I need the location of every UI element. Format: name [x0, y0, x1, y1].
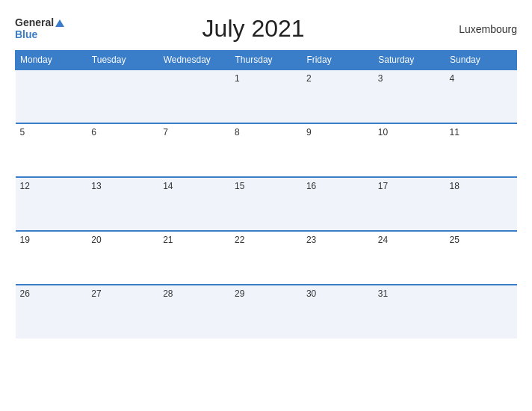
day-number: 24 — [378, 235, 388, 245]
calendar-day-cell: 31 — [374, 285, 445, 339]
calendar-week-row: 567891011 — [16, 123, 517, 177]
day-number: 28 — [163, 288, 173, 299]
col-monday: Monday — [16, 51, 87, 70]
calendar-day-cell: 12 — [16, 177, 87, 231]
calendar-day-cell: 19 — [16, 231, 87, 285]
day-number: 22 — [235, 235, 244, 245]
day-number: 9 — [306, 127, 312, 137]
day-number: 17 — [378, 181, 388, 191]
day-number: 18 — [450, 181, 460, 191]
calendar-day-cell: 5 — [16, 123, 87, 177]
calendar-week-row: 1234 — [16, 69, 517, 123]
day-number: 15 — [235, 181, 244, 191]
calendar-day-cell: 24 — [374, 231, 445, 285]
day-number: 16 — [306, 181, 316, 191]
day-number: 27 — [91, 288, 101, 299]
calendar-day-cell: 17 — [374, 177, 445, 231]
calendar-day-cell: 14 — [158, 177, 230, 231]
logo-general-text: General — [15, 16, 54, 28]
col-sunday: Sunday — [445, 51, 517, 70]
col-thursday: Thursday — [230, 51, 302, 70]
col-tuesday: Tuesday — [87, 51, 158, 70]
calendar-day-cell: 6 — [87, 123, 158, 177]
calendar-day-cell — [445, 285, 517, 339]
day-number: 14 — [163, 181, 173, 191]
calendar-week-row: 12131415161718 — [16, 177, 517, 231]
calendar-day-cell: 25 — [445, 231, 517, 285]
calendar-day-cell: 1 — [230, 69, 302, 123]
calendar-day-cell — [16, 69, 87, 123]
logo-triangle-icon — [55, 19, 64, 27]
calendar-week-row: 19202122232425 — [16, 231, 517, 285]
col-wednesday: Wednesday — [158, 51, 230, 70]
calendar-header-row: Monday Tuesday Wednesday Thursday Friday… — [16, 51, 517, 70]
day-number: 21 — [163, 235, 173, 245]
calendar-day-cell: 21 — [158, 231, 230, 285]
calendar-body: 1234567891011121314151617181920212223242… — [16, 69, 517, 339]
day-number: 3 — [378, 73, 383, 84]
day-number: 6 — [91, 127, 96, 137]
calendar-day-cell: 9 — [302, 123, 374, 177]
calendar-week-row: 262728293031 — [16, 285, 517, 339]
day-number: 31 — [378, 288, 388, 299]
day-number: 11 — [450, 127, 460, 137]
calendar-day-cell: 20 — [87, 231, 158, 285]
logo: General Blue — [15, 17, 64, 40]
calendar-day-cell: 30 — [302, 285, 374, 339]
day-number: 20 — [91, 235, 101, 245]
day-number: 4 — [450, 73, 455, 84]
day-number: 2 — [306, 73, 312, 84]
calendar-day-cell: 16 — [302, 177, 374, 231]
calendar-day-cell: 13 — [87, 177, 158, 231]
calendar-day-cell: 23 — [302, 231, 374, 285]
calendar-title: July 2021 — [64, 15, 442, 43]
calendar-day-cell: 29 — [230, 285, 302, 339]
calendar-day-cell: 3 — [374, 69, 445, 123]
calendar-day-cell: 4 — [445, 69, 517, 123]
day-number: 19 — [20, 235, 30, 245]
calendar-day-cell: 26 — [16, 285, 87, 339]
logo-line2: Blue — [15, 29, 64, 40]
day-number: 7 — [163, 127, 168, 137]
calendar-day-cell: 8 — [230, 123, 302, 177]
calendar-day-cell: 18 — [445, 177, 517, 231]
col-saturday: Saturday — [374, 51, 445, 70]
day-number: 5 — [20, 127, 25, 137]
day-number: 23 — [306, 235, 316, 245]
day-number: 29 — [235, 288, 244, 299]
day-number: 10 — [378, 127, 388, 137]
page: General Blue July 2021 Luxembourg Monday… — [0, 0, 532, 411]
logo-blue-text: Blue — [15, 28, 37, 40]
calendar-day-cell: 10 — [374, 123, 445, 177]
country-label: Luxembourg — [442, 23, 517, 35]
calendar-day-cell: 28 — [158, 285, 230, 339]
day-number: 30 — [306, 288, 316, 299]
calendar-day-cell: 11 — [445, 123, 517, 177]
day-number: 26 — [20, 288, 30, 299]
calendar-day-cell — [87, 69, 158, 123]
calendar-day-cell — [158, 69, 230, 123]
calendar-day-cell: 15 — [230, 177, 302, 231]
day-number: 12 — [20, 181, 30, 191]
col-friday: Friday — [302, 51, 374, 70]
calendar-table: Monday Tuesday Wednesday Thursday Friday… — [15, 50, 517, 339]
day-number: 13 — [91, 181, 101, 191]
calendar-day-cell: 22 — [230, 231, 302, 285]
calendar-day-cell: 2 — [302, 69, 374, 123]
header: General Blue July 2021 Luxembourg — [15, 15, 517, 43]
day-number: 8 — [235, 127, 240, 137]
logo-line1: General — [15, 17, 64, 28]
calendar-day-cell: 7 — [158, 123, 230, 177]
day-number: 1 — [235, 73, 240, 84]
day-number: 25 — [450, 235, 460, 245]
calendar-day-cell: 27 — [87, 285, 158, 339]
